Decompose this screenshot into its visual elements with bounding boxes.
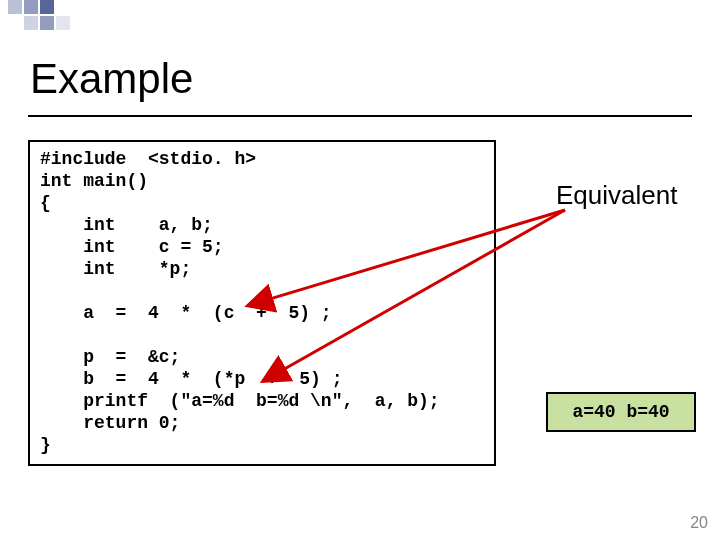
equivalent-label: Equivalent xyxy=(556,180,677,211)
code-box: #include <stdio. h> int main() { int a, … xyxy=(28,140,496,466)
slide-title: Example xyxy=(30,55,193,103)
page-number: 20 xyxy=(690,514,708,532)
code-content: #include <stdio. h> int main() { int a, … xyxy=(40,148,440,456)
output-box: a=40 b=40 xyxy=(546,392,696,432)
output-text: a=40 b=40 xyxy=(572,402,669,422)
title-divider xyxy=(28,115,692,117)
